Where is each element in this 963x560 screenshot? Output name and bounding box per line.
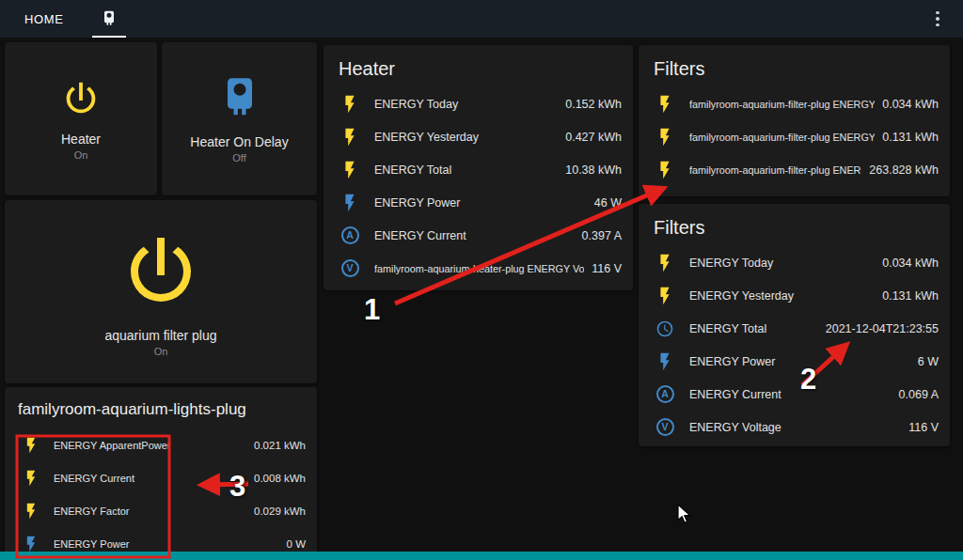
entity-value: 0.131 kWh <box>882 131 939 144</box>
entity-value: 2021-12-04T21:23:55 <box>826 322 939 335</box>
bottom-edge-strip <box>0 552 963 560</box>
entity-name: ENERGY Power <box>54 538 279 550</box>
app-header: HOME <box>0 0 963 38</box>
flash-yellow-icon <box>20 467 42 490</box>
flash-yellow-icon <box>20 500 42 522</box>
flash-yellow-icon <box>20 434 42 457</box>
water-boiler-icon <box>215 74 264 123</box>
annotation-label-1: 1 <box>364 293 380 327</box>
entity-name: ENERGY Total <box>374 163 558 177</box>
entity-value: 0.021 kWh <box>254 440 306 451</box>
flash-yellow-icon <box>654 159 676 181</box>
entity-name: ENERGY Voltage <box>689 421 901 434</box>
entity-value: 6 W <box>918 355 939 368</box>
mouse-cursor <box>677 504 694 526</box>
entity-value: 0.029 kWh <box>254 506 306 517</box>
page-title: HOME <box>24 12 63 26</box>
entity-name: ENERGY Total <box>689 322 818 335</box>
entity-row[interactable]: ENERGY Power 6 W <box>654 345 939 378</box>
entity-row[interactable]: ENERGY Yesterday 0.131 kWh <box>654 279 939 312</box>
filters-card-2: Filters ENERGY Today 0.034 kWh ENERGY Ye… <box>639 204 950 446</box>
entity-rows: ENERGY Today 0.034 kWh ENERGY Yesterday … <box>639 244 950 446</box>
entity-row[interactable]: ENERGY Factor 0.029 kWh <box>20 494 306 527</box>
entity-value: 0.131 kWh <box>882 289 939 303</box>
entity-name: familyroom-aquarium-heater-plug ENERGY V… <box>374 263 584 274</box>
boiler-tab-icon <box>100 9 118 28</box>
alpha-a-circle-icon: A <box>654 383 676 406</box>
entity-rows: familyroom-aquarium-filter-plug ENERGY T… <box>639 86 950 192</box>
flash-yellow-icon <box>339 126 361 148</box>
alpha-v-circle-icon: V <box>654 416 676 439</box>
flash-yellow-icon <box>339 159 361 181</box>
card-title: Filters <box>639 45 950 86</box>
entity-value: 263.828 kWh <box>869 163 939 177</box>
entity-value: 0.397 A <box>582 229 622 242</box>
entity-name: familyroom-aquarium-filter-plug ENERGY T… <box>689 99 875 110</box>
overflow-menu-button[interactable] <box>931 9 944 28</box>
entity-state: Off <box>232 152 245 163</box>
entity-name: ENERGY Current <box>374 229 575 242</box>
entity-value: 0.427 kWh <box>565 131 622 144</box>
entity-value: 0.034 kWh <box>882 257 939 270</box>
lights-plug-card: familyroom-aquarium-lights-plug ENERGY A… <box>5 387 317 560</box>
entity-row[interactable]: familyroom-aquarium-filter-plug ENERGY T… <box>654 87 939 120</box>
entity-label: Heater On Delay <box>190 134 288 149</box>
entity-row[interactable]: A ENERGY Current 0.069 A <box>654 378 939 411</box>
flash-yellow-icon <box>339 93 361 116</box>
entity-row[interactable]: ENERGY Total 10.38 kWh <box>339 153 622 186</box>
filters-card-1: Filters familyroom-aquarium-filter-plug … <box>639 45 950 196</box>
entity-name: ENERGY Yesterday <box>374 131 558 144</box>
entity-name: ENERGY Power <box>374 196 587 210</box>
flash-yellow-icon <box>654 93 676 116</box>
entity-row[interactable]: ENERGY Today 0.034 kWh <box>654 246 939 279</box>
entity-row[interactable]: ENERGY Current 0.008 kWh <box>20 461 306 494</box>
entity-state: On <box>154 346 168 357</box>
home-assistant-dashboard: HOME Heater On Heater On Delay Off aquar… <box>0 0 963 560</box>
entity-value: 46 W <box>594 196 622 210</box>
entity-row[interactable]: V ENERGY Voltage 116 V <box>654 411 939 443</box>
entity-row[interactable]: ENERGY Total 2021-12-04T21:23:55 <box>654 312 939 345</box>
card-title: Filters <box>639 204 950 244</box>
alpha-a-circle-icon: A <box>339 225 361 247</box>
entity-value: 116 V <box>908 421 939 434</box>
entity-value: 10.38 kWh <box>565 163 622 177</box>
entity-value: 0.152 kWh <box>565 98 622 111</box>
flash-blue-icon <box>339 192 361 214</box>
card-title: familyroom-aquarium-lights-plug <box>5 387 317 427</box>
heater-toggle-card[interactable]: Heater On <box>5 42 157 195</box>
entity-name: ENERGY Current <box>54 473 246 484</box>
flash-yellow-icon <box>654 126 676 148</box>
flash-blue-icon <box>654 350 676 373</box>
aquarium-filter-plug-card[interactable]: aquarium filter plug On <box>5 200 317 383</box>
entity-value: 0.069 A <box>899 388 939 401</box>
entity-row[interactable]: V familyroom-aquarium-heater-plug ENERGY… <box>339 252 622 285</box>
flash-yellow-icon <box>654 285 676 307</box>
entity-value: 0.008 kWh <box>254 473 306 484</box>
entity-name: ENERGY Current <box>689 388 892 401</box>
entity-row[interactable]: ENERGY Power 46 W <box>339 186 622 219</box>
tab-aquarium[interactable] <box>87 0 131 38</box>
entity-rows: ENERGY Today 0.152 kWh ENERGY Yesterday … <box>324 86 633 290</box>
alpha-v-circle-icon: V <box>339 257 361 280</box>
entity-value: 116 V <box>592 262 622 275</box>
entity-row[interactable]: A ENERGY Current 0.397 A <box>339 219 622 252</box>
entity-name: ENERGY Factor <box>54 506 246 517</box>
entity-row[interactable]: ENERGY ApparentPower 0.021 kWh <box>20 428 306 461</box>
entity-row[interactable]: familyroom-aquarium-filter-plug ENERGY T… <box>654 153 939 186</box>
power-icon <box>59 77 103 120</box>
heater-on-delay-card[interactable]: Heater On Delay Off <box>162 42 317 195</box>
entity-row[interactable]: familyroom-aquarium-filter-plug ENERGY Y… <box>654 120 939 153</box>
entity-row[interactable]: ENERGY Today 0.152 kWh <box>339 87 622 120</box>
flash-yellow-icon <box>654 252 676 274</box>
entity-name: ENERGY Power <box>689 355 910 368</box>
entity-row[interactable]: ENERGY Yesterday 0.427 kWh <box>339 120 622 153</box>
card-title: Heater <box>324 45 633 86</box>
entity-name: ENERGY Yesterday <box>689 289 875 303</box>
heater-entities-card: Heater ENERGY Today 0.152 kWh ENERGY Yes… <box>324 45 633 290</box>
entity-value: 0.034 kWh <box>882 98 939 111</box>
entity-name: ENERGY Today <box>689 257 875 270</box>
entity-state: On <box>74 149 88 161</box>
entity-label: Heater <box>61 132 101 147</box>
clock-icon <box>654 318 676 340</box>
entity-name: familyroom-aquarium-filter-plug ENERGY T… <box>689 164 861 176</box>
